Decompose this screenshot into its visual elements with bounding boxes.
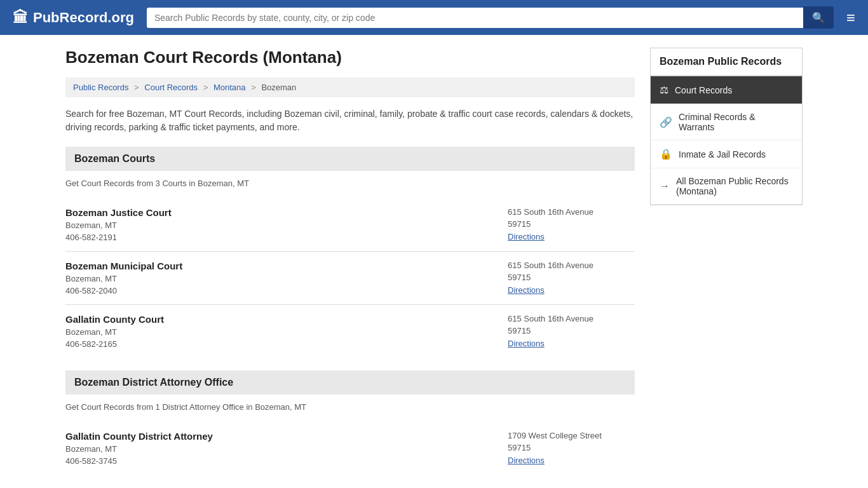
court-address: 1709 West College Street xyxy=(508,431,635,440)
search-input[interactable] xyxy=(147,8,803,28)
court-phone: 406-582-3745 xyxy=(65,456,213,466)
main-container: Bozeman Court Records (Montana) Public R… xyxy=(53,35,815,488)
court-address: 615 South 16th Avenue xyxy=(508,261,635,270)
court-entry: Gallatin County District Attorney Bozema… xyxy=(65,422,635,475)
content-area: Bozeman Court Records (Montana) Public R… xyxy=(65,48,635,487)
court-phone: 406-582-2040 xyxy=(65,286,182,295)
search-button[interactable]: 🔍 xyxy=(803,6,834,29)
court-city: Bozeman, MT xyxy=(65,327,164,337)
court-phone: 406-582-2191 xyxy=(65,233,172,242)
sidebar-item-criminal-records[interactable]: 🔗 Criminal Records & Warrants xyxy=(651,104,802,140)
court-entry: Bozeman Justice Court Bozeman, MT 406-58… xyxy=(65,198,635,252)
court-name: Gallatin County Court xyxy=(65,314,164,325)
sidebar-box: Bozeman Public Records ⚖ Court Records 🔗… xyxy=(650,48,803,205)
section-desc-courts: Get Court Records from 3 Courts in Bozem… xyxy=(65,179,635,188)
breadcrumb-court-records[interactable]: Court Records xyxy=(144,83,198,92)
sections-container: Bozeman CourtsGet Court Records from 3 C… xyxy=(65,147,635,475)
court-entry: Gallatin County Court Bozeman, MT 406-58… xyxy=(65,305,635,358)
directions-link[interactable]: Directions xyxy=(508,285,545,295)
court-city: Bozeman, MT xyxy=(65,220,172,230)
search-bar: 🔍 xyxy=(147,6,834,29)
sidebar-label-criminal-records: Criminal Records & Warrants xyxy=(679,112,793,132)
court-name: Gallatin County District Attorney xyxy=(65,431,213,442)
page-title: Bozeman Court Records (Montana) xyxy=(65,48,635,67)
header: 🏛 PubRecord.org 🔍 ≡ xyxy=(0,0,868,35)
sidebar-title: Bozeman Public Records xyxy=(651,48,802,76)
court-name: Bozeman Justice Court xyxy=(65,207,172,218)
logo[interactable]: 🏛 PubRecord.org xyxy=(13,9,134,27)
court-right: 615 South 16th Avenue 59715 Directions xyxy=(508,207,635,241)
sidebar-item-inmate-records[interactable]: 🔒 Inmate & Jail Records xyxy=(651,140,802,168)
search-icon: 🔍 xyxy=(812,12,825,23)
court-zip: 59715 xyxy=(508,326,635,336)
court-phone: 406-582-2165 xyxy=(65,339,164,349)
sidebar-label-all-records: All Bozeman Public Records (Montana) xyxy=(676,176,793,196)
sidebar-icon-inmate-records: 🔒 xyxy=(660,148,672,160)
court-zip: 59715 xyxy=(508,273,635,282)
directions-link[interactable]: Directions xyxy=(508,232,545,241)
court-zip: 59715 xyxy=(508,443,635,452)
court-left: Gallatin County Court Bozeman, MT 406-58… xyxy=(65,314,164,349)
court-city: Bozeman, MT xyxy=(65,444,213,454)
sidebar-icon-court-records: ⚖ xyxy=(660,84,668,96)
section-header-courts: Bozeman Courts xyxy=(65,147,635,171)
sidebar-icon-criminal-records: 🔗 xyxy=(660,116,672,128)
sidebar-item-all-records[interactable]: → All Bozeman Public Records (Montana) xyxy=(651,168,802,205)
directions-link[interactable]: Directions xyxy=(508,456,545,465)
sidebar: Bozeman Public Records ⚖ Court Records 🔗… xyxy=(650,48,803,487)
court-left: Bozeman Justice Court Bozeman, MT 406-58… xyxy=(65,207,172,242)
breadcrumb-bozeman: Bozeman xyxy=(261,83,296,92)
section-header-district-attorney: Bozeman District Attorney Office xyxy=(65,370,635,395)
court-city: Bozeman, MT xyxy=(65,274,182,283)
section-courts: Bozeman CourtsGet Court Records from 3 C… xyxy=(65,147,635,358)
court-address: 615 South 16th Avenue xyxy=(508,207,635,217)
court-address: 615 South 16th Avenue xyxy=(508,314,635,323)
logo-text: PubRecord.org xyxy=(33,10,134,26)
breadcrumb-montana[interactable]: Montana xyxy=(214,83,246,92)
directions-link[interactable]: Directions xyxy=(508,339,545,348)
court-entry: Bozeman Municipal Court Bozeman, MT 406-… xyxy=(65,252,635,305)
breadcrumb: Public Records > Court Records > Montana… xyxy=(65,78,635,97)
court-left: Gallatin County District Attorney Bozema… xyxy=(65,431,213,466)
sidebar-icon-all-records: → xyxy=(660,180,670,192)
court-zip: 59715 xyxy=(508,219,635,229)
breadcrumb-sep-1: > xyxy=(134,83,139,92)
logo-icon: 🏛 xyxy=(13,9,28,27)
breadcrumb-public-records[interactable]: Public Records xyxy=(73,83,128,92)
description: Search for free Bozeman, MT Court Record… xyxy=(65,107,635,134)
sidebar-items: ⚖ Court Records 🔗 Criminal Records & War… xyxy=(651,76,802,205)
sidebar-label-inmate-records: Inmate & Jail Records xyxy=(679,149,766,159)
breadcrumb-sep-3: > xyxy=(251,83,256,92)
sidebar-item-court-records[interactable]: ⚖ Court Records xyxy=(651,76,802,104)
court-right: 615 South 16th Avenue 59715 Directions xyxy=(508,314,635,348)
section-district-attorney: Bozeman District Attorney OfficeGet Cour… xyxy=(65,370,635,475)
breadcrumb-sep-2: > xyxy=(203,83,208,92)
sidebar-label-court-records: Court Records xyxy=(675,85,732,95)
court-right: 615 South 16th Avenue 59715 Directions xyxy=(508,261,635,295)
menu-button[interactable]: ≡ xyxy=(846,10,855,25)
court-right: 1709 West College Street 59715 Direction… xyxy=(508,431,635,465)
court-left: Bozeman Municipal Court Bozeman, MT 406-… xyxy=(65,261,182,295)
court-name: Bozeman Municipal Court xyxy=(65,261,182,271)
hamburger-icon: ≡ xyxy=(846,9,855,26)
section-desc-district-attorney: Get Court Records from 1 District Attorn… xyxy=(65,402,635,412)
